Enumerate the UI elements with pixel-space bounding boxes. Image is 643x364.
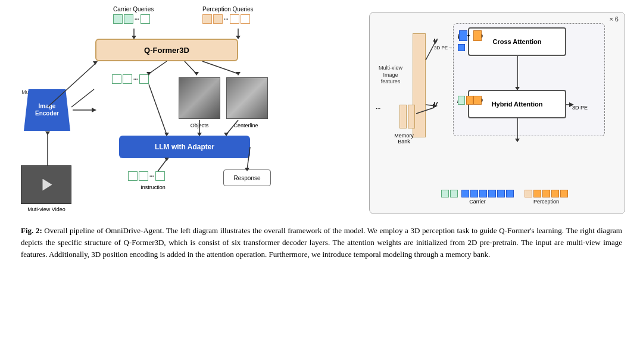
perception-box-2 xyxy=(213,14,223,24)
left-diagram: Carrier Queries ··· Perception Queries ·… xyxy=(18,6,363,220)
svg-marker-35 xyxy=(515,139,520,142)
perception-orange-box-1 xyxy=(525,190,532,197)
llm-box: LLM with Adapter xyxy=(119,136,250,158)
cross-attention-label: Cross Attention xyxy=(492,38,541,45)
objects-label: Objects xyxy=(182,123,217,128)
carrier-blue-box-5 xyxy=(497,190,505,197)
memory-bank-label: Memory Bank xyxy=(388,133,420,145)
pe-box-cross xyxy=(458,44,465,51)
mv-features-label-right: Multi-view Image features xyxy=(373,65,408,86)
q-box-orange-cross xyxy=(473,30,482,41)
centerline-label: Centerline xyxy=(225,123,267,128)
carrier-sep xyxy=(459,190,460,197)
carrier-bottom-group: Carrier xyxy=(441,190,514,205)
svg-line-13 xyxy=(149,84,167,134)
perception-orange-fill-3 xyxy=(551,190,559,197)
perception-bottom-group: Perception xyxy=(525,190,568,205)
carrier-queries-group: Carrier Queries ··· xyxy=(113,6,154,24)
perception-orange-fill-1 xyxy=(533,190,541,197)
cross-attention-box: Cross Attention xyxy=(468,27,566,56)
memory-bank-rects xyxy=(399,105,415,128)
mem-dots: ··· xyxy=(376,105,380,112)
mem-rect-1 xyxy=(399,105,407,128)
k-box-blue xyxy=(459,30,467,41)
hybrid-attention-box: Hybrid Attention xyxy=(468,90,566,118)
page: Carrier Queries ··· Perception Queries ·… xyxy=(0,0,643,364)
video-placeholder xyxy=(21,165,71,204)
instruction-label: Instruction xyxy=(132,184,174,190)
svg-marker-12 xyxy=(236,72,241,76)
instr-box-3 xyxy=(155,171,165,181)
k-box-orange-hybrid xyxy=(466,96,473,105)
svg-marker-10 xyxy=(194,72,199,76)
perception-query-boxes: ··· xyxy=(202,14,254,24)
carrier-green-box-2 xyxy=(450,190,458,197)
centerline-image xyxy=(226,77,268,119)
instruction-boxes: ··· xyxy=(128,171,165,181)
perception-queries-group: Perception Queries ··· xyxy=(202,6,254,24)
caption-text: Overall pipeline of OmniDrive-Agent. The… xyxy=(21,226,622,259)
q-box-orange-hybrid xyxy=(473,96,482,105)
mv-features-right-text: Multi-view Image features xyxy=(379,65,402,84)
carrier-bottom-label: Carrier xyxy=(469,199,486,205)
perception-bottom-label: Perception xyxy=(533,199,559,205)
hybrid-attention-label: Hybrid Attention xyxy=(492,101,543,108)
carrier-box-2 xyxy=(124,14,133,24)
qformer-box: Q-Former3D xyxy=(95,39,238,61)
instr-box-2 xyxy=(139,171,148,181)
svg-marker-24 xyxy=(45,131,50,135)
diagram-area: Carrier Queries ··· Perception Queries ·… xyxy=(18,6,625,220)
svg-line-9 xyxy=(185,61,196,74)
out-box-1 xyxy=(112,74,121,84)
pe-3d-label-cross: 3D PE→ xyxy=(434,45,452,51)
caption-area: Fig. 2: Overall pipeline of OmniDrive-Ag… xyxy=(18,225,625,261)
carrier-blue-box-2 xyxy=(470,190,478,197)
out-box-2 xyxy=(123,74,132,84)
mem-rect-2 xyxy=(408,105,415,128)
llm-label: LLM with Adapter xyxy=(155,143,214,151)
v-label-hybrid: V xyxy=(433,102,438,108)
svg-line-4 xyxy=(71,89,94,107)
objects-image-content xyxy=(179,78,220,118)
memory-bank-dots: ··· xyxy=(376,105,380,112)
image-encoder-label: ImageEncoder xyxy=(35,103,59,117)
perception-box-1 xyxy=(202,14,212,24)
out-box-3 xyxy=(139,74,149,84)
response-box: Response xyxy=(223,170,271,186)
output-query-boxes: ··· xyxy=(112,74,149,84)
response-label: Response xyxy=(233,175,260,181)
perception-boxes-row xyxy=(525,190,568,197)
carrier-box-1 xyxy=(113,14,123,24)
carrier-query-boxes: ··· xyxy=(113,14,154,24)
centerline-image-content xyxy=(227,78,267,118)
perception-dots: ··· xyxy=(224,16,229,23)
objects-image xyxy=(179,77,220,119)
svg-line-19 xyxy=(158,159,167,171)
perception-orange-fill-2 xyxy=(542,190,550,197)
carrier-blue-box-1 xyxy=(461,190,469,197)
carrier-blue-box-4 xyxy=(488,190,496,197)
qformer-label: Q-Former3D xyxy=(144,46,189,55)
bottom-boxes-area: Carrier Perception xyxy=(441,190,568,205)
x6-label: × 6 xyxy=(609,15,619,23)
image-encoder-box: ImageEncoder xyxy=(24,89,70,131)
carrier-dots: ··· xyxy=(135,16,139,23)
carrier-blue-box-6 xyxy=(506,190,514,197)
svg-marker-6 xyxy=(93,61,98,65)
v-label-cross: V xyxy=(433,38,438,45)
k-box-green-hybrid xyxy=(458,96,465,105)
perception-orange-fill-4 xyxy=(560,190,568,197)
instr-box-1 xyxy=(128,171,138,181)
carrier-box-3 xyxy=(141,14,150,24)
fig-label: Fig. 2: xyxy=(21,226,42,235)
right-diagram: × 6 Multi-view Image features Cross Atte… xyxy=(369,12,625,214)
carrier-queries-label: Carrier Queries xyxy=(113,6,154,12)
perception-box-3 xyxy=(230,14,239,24)
svg-line-11 xyxy=(202,61,238,74)
carrier-boxes-row xyxy=(441,190,514,197)
video-label: Muti-view Video xyxy=(23,206,70,212)
perception-queries-label: Perception Queries xyxy=(202,6,254,12)
svg-marker-26 xyxy=(92,108,96,112)
svg-line-7 xyxy=(149,61,167,74)
carrier-blue-box-3 xyxy=(479,190,487,197)
